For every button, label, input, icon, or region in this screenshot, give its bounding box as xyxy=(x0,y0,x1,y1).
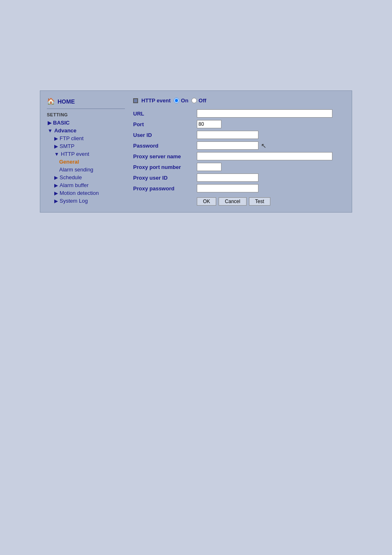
port-label: Port xyxy=(133,121,197,127)
password-input[interactable] xyxy=(197,141,258,150)
cursor-icon: ↖ xyxy=(261,142,266,150)
proxy-user-id-label: Proxy user ID xyxy=(133,175,197,181)
radio-group-on: On xyxy=(174,97,188,104)
user-id-label: User ID xyxy=(133,132,197,138)
sidebar-divider xyxy=(47,109,125,109)
proxy-user-id-row: Proxy user ID xyxy=(133,173,345,182)
sidebar-item-syslog-label: System Log xyxy=(60,198,88,204)
sidebar-item-http-label: HTTP event xyxy=(61,151,89,157)
proxy-server-name-input[interactable] xyxy=(197,152,332,160)
proxy-server-name-row: Proxy server name xyxy=(133,152,345,160)
port-input[interactable] xyxy=(197,120,221,128)
sidebar-item-alarm-sending-label: Alarm sending xyxy=(59,166,93,173)
sidebar-item-schedule-label: Schedule xyxy=(60,174,82,180)
on-label: On xyxy=(181,97,188,104)
port-row: Port xyxy=(133,120,345,128)
arrow-icon-smtp: ▶ xyxy=(54,143,58,149)
sidebar-item-general[interactable]: General xyxy=(47,159,125,165)
sidebar-item-alarm-sending[interactable]: Alarm sending xyxy=(47,166,125,173)
password-label: Password xyxy=(133,143,197,149)
home-label: HOME xyxy=(58,98,75,105)
sidebar-item-smtp-label: SMTP xyxy=(60,143,74,149)
http-event-label: HTTP event xyxy=(141,97,171,104)
sidebar-item-system-log[interactable]: ▶ System Log xyxy=(47,198,125,204)
home-link[interactable]: 🏠 HOME xyxy=(47,97,125,105)
proxy-password-row: Proxy password xyxy=(133,184,345,192)
arrow-icon-advance: ▼ xyxy=(48,128,53,134)
sidebar-item-alarm-buffer[interactable]: ▶ Alarm buffer xyxy=(47,182,125,188)
ok-button[interactable]: OK xyxy=(197,197,216,206)
url-row: URL xyxy=(133,109,345,118)
sidebar-item-advance[interactable]: ▼ Advance xyxy=(47,127,125,134)
proxy-port-number-label: Proxy port number xyxy=(133,164,197,170)
http-event-header: HTTP event On Off xyxy=(133,97,345,104)
arrow-icon-schedule: ▶ xyxy=(54,175,58,180)
url-input[interactable] xyxy=(197,109,332,118)
arrow-icon-basic: ▶ xyxy=(48,120,51,126)
arrow-icon-http: ▼ xyxy=(54,151,59,157)
proxy-server-name-label: Proxy server name xyxy=(133,153,197,160)
proxy-user-id-input[interactable] xyxy=(197,173,258,182)
sidebar-item-alarm-buffer-label: Alarm buffer xyxy=(60,182,89,188)
arrow-icon-ftp: ▶ xyxy=(54,136,58,141)
sidebar-item-schedule[interactable]: ▶ Schedule xyxy=(47,174,125,180)
arrow-icon-alarm-buffer: ▶ xyxy=(54,183,58,188)
cancel-button[interactable]: Cancel xyxy=(219,197,246,206)
sidebar-item-general-label: General xyxy=(59,159,79,165)
setting-label: SETTING xyxy=(47,112,125,117)
sidebar-item-motion-detection[interactable]: ▶ Motion detection xyxy=(47,190,125,196)
sidebar: 🏠 HOME SETTING ▶ BASIC ▼ Advance ▶ FTP c… xyxy=(47,97,129,206)
user-id-input[interactable] xyxy=(197,131,258,139)
arrow-icon-motion: ▶ xyxy=(54,190,58,196)
proxy-password-input[interactable] xyxy=(197,184,258,192)
sidebar-item-ftp-client[interactable]: ▶ FTP client xyxy=(47,135,125,141)
arrow-icon-syslog: ▶ xyxy=(54,198,58,204)
main-content: HTTP event On Off URL Port User ID xyxy=(129,97,345,206)
user-id-row: User ID xyxy=(133,131,345,139)
buttons-row: OK Cancel Test xyxy=(133,197,345,206)
sidebar-item-http-event[interactable]: ▼ HTTP event xyxy=(47,151,125,157)
off-label: Off xyxy=(198,97,206,104)
radio-on[interactable] xyxy=(174,98,179,103)
proxy-port-number-row: Proxy port number xyxy=(133,163,345,171)
proxy-password-label: Proxy password xyxy=(133,185,197,192)
url-label: URL xyxy=(133,111,197,117)
sidebar-item-basic-label: BASIC xyxy=(53,120,69,126)
sidebar-item-motion-label: Motion detection xyxy=(60,190,99,196)
radio-group-off: Off xyxy=(191,97,206,104)
sidebar-item-smtp[interactable]: ▶ SMTP xyxy=(47,143,125,149)
radio-off[interactable] xyxy=(191,98,197,103)
password-row: Password ↖ xyxy=(133,141,345,150)
main-panel: 🏠 HOME SETTING ▶ BASIC ▼ Advance ▶ FTP c… xyxy=(40,90,352,213)
sidebar-item-advance-label: Advance xyxy=(54,127,76,134)
home-icon: 🏠 xyxy=(47,97,55,105)
sidebar-item-basic[interactable]: ▶ BASIC xyxy=(47,120,125,126)
test-button[interactable]: Test xyxy=(249,197,270,206)
proxy-port-number-input[interactable] xyxy=(197,163,221,171)
sidebar-item-ftp-label: FTP client xyxy=(60,135,83,141)
http-event-checkbox[interactable] xyxy=(133,98,138,103)
